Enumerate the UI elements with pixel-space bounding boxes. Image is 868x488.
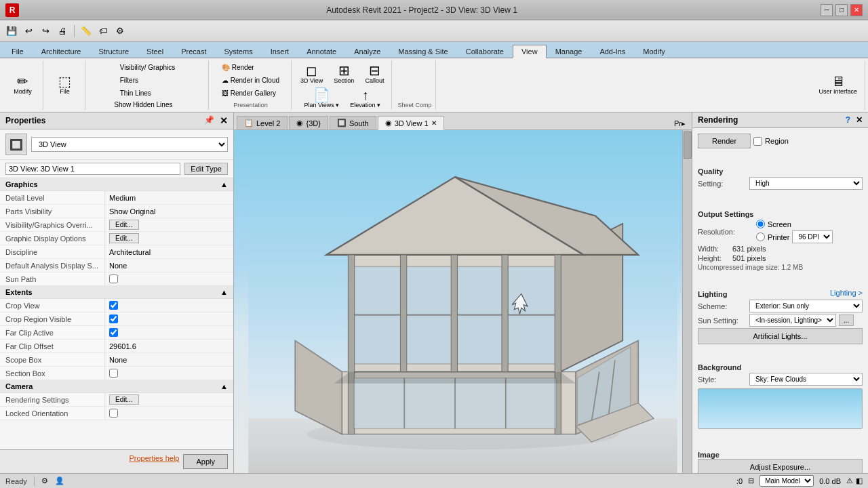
tab-addins[interactable]: Add-Ins [591, 45, 634, 58]
printer-radio[interactable] [756, 232, 765, 241]
height-value: 501 pixels [732, 254, 766, 262]
scope-box-value: None [105, 353, 233, 366]
save-button[interactable]: 💾 [4, 24, 19, 39]
artificial-lights-button[interactable]: Artificial Lights... [698, 328, 863, 344]
rendering-help-button[interactable]: ? [846, 115, 850, 125]
vis-graphics-label: Visibility/Graphics Overri... [0, 218, 105, 231]
viewport[interactable]: Perspective ⬛ 📷 🚶 🔄 🔍 ✋ ◯ ⊕ ⊞ ⊟ ↔ ◀ ⊡ [234, 130, 692, 473]
dpi-select[interactable]: 96 DPI [792, 230, 833, 243]
tab-file[interactable]: File [3, 45, 33, 58]
elevation-button[interactable]: ↑ Elevation ▾ [347, 86, 384, 110]
crop-view-checkbox[interactable] [109, 301, 118, 310]
render-cloud-button[interactable]: ☁ Render in Cloud [217, 75, 284, 86]
maximize-button[interactable]: □ [835, 4, 848, 16]
bg-style-select[interactable]: Sky: Few Clouds [749, 373, 863, 386]
modify-button[interactable]: ✏ Modify [10, 73, 35, 97]
visibility-graphics-button[interactable]: Visibility/ Graphics [115, 62, 180, 73]
tag-button[interactable]: 🏷 [96, 24, 111, 39]
lighting-link[interactable]: Lighting > [830, 289, 863, 297]
center-area: 📋 Level 2 ◉ {3D} 🔲 South ◉ 3D View 1 ✕ P… [234, 113, 692, 473]
crop-view-value [105, 299, 233, 312]
properties-help-link[interactable]: Properties help [129, 454, 179, 469]
user-interface-button[interactable]: 🖥 User Interface [815, 73, 861, 97]
show-hidden-lines-button[interactable]: Show Hidden Lines [109, 99, 177, 110]
view-name-input[interactable] [5, 163, 180, 175]
select-button[interactable]: ⬚ File [53, 73, 77, 97]
camera-section-header[interactable]: Camera ▲ [0, 380, 233, 393]
3d-view-button[interactable]: ◻ 3D View [297, 62, 326, 86]
tab-massing[interactable]: Massing & Site [389, 45, 456, 58]
scheme-select[interactable]: Exterior: Sun only [749, 300, 863, 312]
crop-region-checkbox[interactable] [109, 314, 118, 323]
sun-setting-row: Sun Setting: <In-session, Lighting> ... [698, 314, 863, 327]
settings-button[interactable]: ⚙ [113, 24, 127, 39]
properties-close-button[interactable]: ✕ [220, 115, 228, 126]
prop-row-scope-box: Scope Box None [0, 353, 233, 367]
tab-3dview1-close[interactable]: ✕ [431, 119, 437, 127]
tab-overflow-button[interactable]: Pr▸ [671, 118, 689, 129]
scroll-thumb-v[interactable] [684, 131, 692, 159]
tab-annotate[interactable]: Annotate [298, 45, 345, 58]
region-checkbox[interactable] [753, 137, 762, 146]
vis-graphics-edit-button[interactable]: Edit... [109, 220, 139, 230]
section-box-checkbox[interactable] [109, 369, 118, 378]
model-select[interactable]: Main Model [760, 475, 814, 487]
close-button[interactable]: ✕ [850, 4, 863, 16]
apply-button[interactable]: Apply [183, 454, 228, 469]
prop-row-sun-path: Sun Path [0, 272, 233, 286]
sun-path-checkbox[interactable] [109, 274, 118, 283]
tab-precast[interactable]: Precast [172, 45, 215, 58]
undo-button[interactable]: ↩ [21, 24, 36, 39]
building-svg [234, 130, 692, 473]
tab-3d[interactable]: ◉ {3D} [289, 116, 328, 129]
lighting-section: Lighting Lighting > Scheme: Exterior: Su… [698, 287, 863, 344]
sun-setting-more-button[interactable]: ... [839, 314, 854, 326]
tab-manage[interactable]: Manage [547, 45, 591, 58]
viewport-scrollbar-v[interactable] [682, 130, 692, 473]
discipline-value: Architectural [105, 245, 233, 258]
type-dropdown[interactable]: 3D View [31, 137, 228, 152]
graphic-display-edit-button[interactable]: Edit... [109, 233, 139, 243]
section-icon: ⊞ [338, 64, 350, 77]
tab-insert[interactable]: Insert [262, 45, 298, 58]
tab-steel[interactable]: Steel [138, 45, 172, 58]
rendering-close-button[interactable]: ✕ [856, 115, 863, 125]
graphics-section-header[interactable]: Graphics ▲ [0, 178, 233, 191]
render-gallery-button[interactable]: 🖼 Render Gallery [217, 87, 281, 99]
adjust-exposure-button[interactable]: Adjust Exposure... [698, 459, 863, 473]
tab-level2[interactable]: 📋 Level 2 [237, 116, 288, 129]
far-clip-active-label: Far Clip Active [0, 326, 105, 339]
far-clip-active-checkbox[interactable] [109, 328, 118, 337]
tab-architecture[interactable]: Architecture [33, 45, 90, 58]
edit-type-button[interactable]: Edit Type [184, 163, 228, 175]
measure-button[interactable]: 📏 [79, 24, 94, 39]
tab-structure[interactable]: Structure [90, 45, 138, 58]
screen-radio[interactable] [756, 220, 765, 228]
section-button[interactable]: ⊞ Section [330, 62, 357, 86]
quality-setting-select[interactable]: High [749, 177, 863, 190]
tab-analyze[interactable]: Analyze [345, 45, 389, 58]
render-button[interactable]: 🎨 Render [217, 62, 259, 73]
tab-3dview1[interactable]: ◉ 3D View 1 ✕ [378, 116, 444, 130]
properties-pin-icon[interactable]: 📌 [204, 115, 214, 126]
tab-systems[interactable]: Systems [215, 45, 261, 58]
tab-modify[interactable]: Modify [634, 45, 673, 58]
output-settings-title: Output Settings [698, 210, 863, 218]
tab-south[interactable]: 🔲 South [330, 116, 376, 129]
output-settings-section: Output Settings Resolution: Screen Print… [698, 207, 863, 271]
redo-button[interactable]: ↪ [38, 24, 53, 39]
print-button[interactable]: 🖨 [55, 24, 70, 39]
rendering-settings-edit-button[interactable]: Edit... [109, 394, 139, 405]
locked-orientation-checkbox[interactable] [109, 409, 118, 418]
render-button[interactable]: Render [698, 134, 751, 148]
resolution-label: Resolution: [698, 228, 745, 236]
filters-button[interactable]: Filters [115, 75, 143, 86]
extents-section-header[interactable]: Extents ▲ [0, 286, 233, 299]
sun-setting-select[interactable]: <In-session, Lighting> [749, 314, 836, 327]
plan-views-button[interactable]: 📄 Plan Views ▾ [301, 86, 343, 110]
minimize-button[interactable]: ─ [821, 4, 833, 16]
tab-collaborate[interactable]: Collaborate [457, 45, 513, 58]
callout-button[interactable]: ⊟ Callout [361, 62, 387, 86]
tab-view[interactable]: View [513, 45, 547, 58]
thin-lines-button[interactable]: Thin Lines [115, 87, 156, 99]
